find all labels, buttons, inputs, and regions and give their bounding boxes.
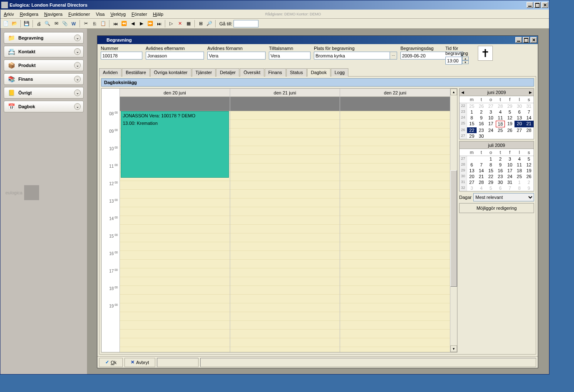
calendar-day[interactable]: 3 [486, 109, 496, 115]
calendar-day[interactable]: 10 [486, 115, 496, 121]
calendar-day[interactable]: 14 [524, 115, 534, 121]
calendar-day[interactable]: 2 [477, 109, 486, 115]
calendar-day[interactable]: 27 [486, 103, 496, 109]
calendar-day[interactable]: 21 [524, 121, 534, 127]
calendar-day[interactable]: 28 [496, 103, 505, 109]
new-icon[interactable]: 📄 [2, 20, 10, 27]
calendar-day[interactable]: 25 [467, 103, 477, 109]
nummer-input[interactable] [101, 52, 142, 60]
scroll-thumb[interactable] [450, 170, 457, 287]
scrollbar[interactable]: ▲ ▼ [450, 89, 457, 352]
sub-title-bar[interactable]: Begravning ✕ [97, 36, 538, 44]
next-icon[interactable]: ▶ [138, 20, 145, 27]
calendar-day[interactable]: 8 [467, 115, 477, 121]
day-column-2[interactable]: den 22 juni [340, 89, 450, 352]
tab-finans[interactable]: Finans [265, 68, 286, 77]
open-icon[interactable]: 📂 [11, 20, 18, 27]
calendar-day[interactable]: 12 [505, 115, 514, 121]
calendar-day[interactable]: 1 [486, 156, 496, 162]
calendar-day[interactable]: 5 [505, 109, 514, 115]
sidebar-item-dagbok[interactable]: 📅 Dagbok ⌄ [4, 101, 84, 112]
attach-icon[interactable]: 📎 [61, 20, 69, 27]
sidebar-item-finans[interactable]: 📚 Finans ⌄ [4, 73, 84, 85]
calendar-day[interactable]: 28 [524, 127, 534, 133]
calendar-day[interactable]: 23 [477, 127, 486, 133]
plats-input[interactable] [314, 52, 390, 60]
tilltal-input[interactable] [269, 52, 311, 60]
calendar-day[interactable]: 6 [467, 162, 477, 168]
sub-minimize-button[interactable] [515, 37, 522, 43]
calendar-day[interactable]: 2 [496, 156, 505, 162]
calendar-day[interactable]: 1 [467, 109, 477, 115]
calendar-day[interactable]: 26 [524, 174, 534, 179]
tab-oversikt[interactable]: Översikt [240, 68, 264, 77]
calendar-day[interactable]: 4 [496, 109, 505, 115]
calendar-day[interactable]: 15 [467, 121, 477, 127]
calendar-day[interactable]: 29 [467, 133, 477, 139]
maximize-button[interactable] [534, 2, 541, 8]
menu-visa[interactable]: Visa [96, 12, 104, 17]
calendar-day[interactable]: 18 [514, 168, 524, 174]
calendar-day[interactable]: 26 [505, 127, 514, 133]
calendar-day[interactable]: 21 [477, 174, 486, 179]
calendar-day[interactable]: 19 [524, 168, 534, 174]
add-record-icon[interactable]: ▷ [167, 20, 175, 27]
calendar-day[interactable]: 11 [514, 162, 524, 168]
copy-icon[interactable]: ⎘ [91, 20, 98, 27]
calendar-day[interactable]: 3 [505, 156, 514, 162]
enable-edit-button[interactable]: Möjliggör redigering [459, 203, 534, 213]
print-icon[interactable]: 🖨 [35, 20, 42, 27]
calendar-day[interactable]: 22 [467, 127, 477, 133]
calendar-day[interactable]: 27 [467, 179, 477, 185]
calendar-day[interactable]: 25 [514, 174, 524, 179]
sidebar-item-ovrigt[interactable]: 📒 Övrigt ⌄ [4, 87, 84, 99]
calendar-day[interactable]: 29 [486, 179, 496, 185]
paste-icon[interactable]: 📋 [99, 20, 107, 27]
menu-navigera[interactable]: Navigera [44, 12, 62, 17]
calendar-day[interactable]: 20 [467, 174, 477, 179]
menu-verktyg[interactable]: Verktyg [110, 12, 126, 17]
tab-detaljer[interactable]: Detaljer [216, 68, 239, 77]
tab-tjanster[interactable]: Tjänster [192, 68, 216, 77]
tid-down-button[interactable]: ▼ [462, 60, 469, 64]
efternamn-input[interactable] [146, 52, 204, 60]
prev-icon[interactable]: ◀ [129, 20, 137, 27]
tab-ovriga[interactable]: Övriga kontakter [150, 68, 191, 77]
calendar-day[interactable]: 4 [477, 185, 486, 191]
menu-arkiv[interactable]: Arkiv [4, 12, 14, 17]
calendar-day[interactable]: 27 [514, 127, 524, 133]
scroll-down-button[interactable]: ▼ [450, 345, 457, 352]
calendar-day[interactable]: 30 [514, 103, 524, 109]
goto-input[interactable] [234, 20, 258, 27]
cut-icon[interactable]: ✂ [82, 20, 89, 27]
calendar-day[interactable]: 5 [486, 185, 496, 191]
calendar-day[interactable]: 25 [496, 127, 505, 133]
minimize-button[interactable] [527, 2, 533, 8]
calendar-day[interactable]: 8 [514, 185, 524, 191]
next-month-button[interactable]: ▶ [529, 90, 532, 94]
calendar-day[interactable]: 28 [477, 179, 486, 185]
day-column-1[interactable]: den 21 juni [230, 89, 340, 352]
dagar-select[interactable]: Mest relevant [473, 193, 534, 201]
calendar-day[interactable]: 17 [486, 121, 496, 127]
tab-status[interactable]: Status [286, 68, 307, 77]
calendar-day[interactable]: 23 [496, 174, 505, 179]
plats-browse-button[interactable]: ⋯ [390, 52, 397, 60]
menu-fonster[interactable]: Fönster [132, 12, 147, 17]
calendar-day[interactable]: 18 [496, 121, 505, 127]
tid-input[interactable] [445, 57, 462, 65]
delete-record-icon[interactable]: ✕ [176, 20, 184, 27]
last-icon[interactable]: ⏭ [155, 20, 163, 27]
calendar-day[interactable]: 29 [505, 103, 514, 109]
calendar-day[interactable]: 1 [514, 179, 524, 185]
close-button[interactable]: ✕ [542, 2, 548, 8]
calendar-day[interactable]: 16 [496, 168, 505, 174]
tab-avliden[interactable]: Avliden [99, 68, 122, 77]
first-icon[interactable]: ⏮ [112, 20, 119, 27]
sub-close-button[interactable]: ✕ [530, 37, 537, 43]
calendar-day[interactable]: 11 [496, 115, 505, 121]
calendar-day[interactable]: 13 [467, 168, 477, 174]
form-icon[interactable]: ⊞ [197, 20, 204, 27]
calendar-day[interactable]: 24 [505, 174, 514, 179]
calendar-day[interactable]: 26 [477, 103, 486, 109]
